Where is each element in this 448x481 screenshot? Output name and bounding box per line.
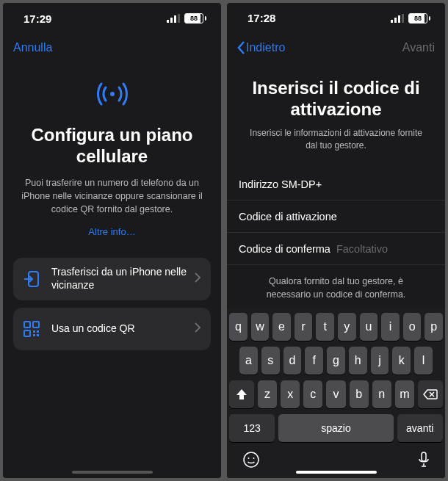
svg-point-4 — [110, 92, 115, 96]
status-bar: 17:28 88 — [227, 3, 445, 34]
field-confirmation-code[interactable]: Codice di conferma Facoltativo — [227, 233, 445, 265]
key-d[interactable]: d — [283, 347, 302, 375]
key-e[interactable]: e — [272, 313, 291, 341]
home-indicator[interactable] — [72, 471, 153, 474]
page-subtitle: Inserisci le informazioni di attivazione… — [227, 127, 445, 158]
key-h[interactable]: h — [349, 347, 367, 375]
screen-configure-plan: 17:29 88 Annulla Configura un piano cell… — [3, 3, 221, 478]
cellular-antenna-icon — [95, 79, 129, 112]
home-indicator[interactable] — [296, 471, 377, 474]
chevron-left-icon — [237, 41, 245, 54]
key-v[interactable]: v — [326, 380, 345, 408]
key-k[interactable]: k — [392, 347, 411, 375]
key-b[interactable]: b — [350, 380, 369, 408]
svg-rect-7 — [33, 322, 39, 328]
svg-rect-10 — [37, 330, 39, 333]
cellular-signal-icon — [391, 14, 404, 23]
cellular-signal-icon — [167, 14, 180, 23]
key-backspace[interactable] — [418, 380, 443, 408]
nav-bar: Annulla — [3, 34, 221, 62]
key-z[interactable]: z — [258, 380, 277, 408]
chevron-right-icon — [195, 272, 200, 285]
svg-rect-8 — [24, 330, 30, 336]
key-g[interactable]: g — [327, 347, 345, 375]
svg-rect-2 — [174, 15, 176, 23]
key-n[interactable]: n — [372, 380, 391, 408]
nav-bar: Indietro Avanti — [227, 34, 445, 62]
svg-point-18 — [248, 458, 250, 459]
svg-point-19 — [253, 458, 255, 459]
key-j[interactable]: j — [371, 347, 389, 375]
svg-rect-16 — [402, 14, 404, 23]
key-i[interactable]: i — [381, 313, 400, 341]
option-label: Trasferisci da un iPhone nelle vicinanze — [51, 266, 195, 292]
option-label: Usa un codice QR — [51, 322, 195, 336]
cancel-button[interactable]: Annulla — [13, 41, 52, 54]
key-c[interactable]: c — [303, 380, 322, 408]
screen-enter-activation-code: 17:28 88 Indietro Avanti Inserisci il co… — [227, 3, 445, 478]
key-y[interactable]: y — [338, 313, 356, 341]
status-bar: 17:29 88 — [3, 3, 221, 34]
svg-rect-1 — [170, 18, 173, 23]
chevron-right-icon — [195, 322, 200, 335]
battery-icon: 88 — [408, 13, 430, 23]
key-space[interactable]: spazio — [278, 414, 393, 442]
emoji-button[interactable] — [242, 451, 260, 472]
dictation-button[interactable] — [418, 452, 430, 471]
option-use-qr-code[interactable]: Usa un codice QR — [13, 308, 211, 350]
key-w[interactable]: w — [251, 313, 270, 341]
key-x[interactable]: x — [281, 380, 300, 408]
more-info-link[interactable]: Altre info… — [88, 226, 135, 237]
svg-rect-9 — [33, 330, 35, 333]
svg-rect-0 — [167, 20, 169, 23]
field-label: Indirizzo SM-DP+ — [239, 178, 322, 190]
key-m[interactable]: m — [395, 380, 414, 408]
battery-icon: 88 — [184, 13, 206, 23]
next-button[interactable]: Avanti — [402, 41, 435, 54]
key-r[interactable]: r — [295, 313, 313, 341]
backspace-icon — [423, 389, 438, 399]
key-s[interactable]: s — [261, 347, 280, 375]
option-transfer-from-iphone[interactable]: Trasferisci da un iPhone nelle vicinanze — [13, 258, 211, 300]
ios-keyboard: q w e r t y u i o p a s d f g h j k l z — [227, 308, 445, 478]
transfer-icon — [24, 270, 41, 288]
svg-rect-11 — [33, 334, 35, 336]
key-l[interactable]: l — [414, 347, 433, 375]
key-t[interactable]: t — [316, 313, 334, 341]
svg-rect-6 — [24, 322, 30, 328]
field-smdp-address[interactable]: Indirizzo SM-DP+ — [227, 168, 445, 200]
key-done[interactable]: avanti — [397, 414, 443, 442]
key-f[interactable]: f — [305, 347, 323, 375]
key-a[interactable]: a — [239, 347, 258, 375]
field-placeholder: Facoltativo — [336, 243, 388, 255]
page-subtitle: Puoi trasferire un numero di telefono da… — [16, 176, 208, 216]
svg-rect-13 — [391, 20, 393, 23]
status-time: 17:28 — [248, 12, 275, 24]
key-q[interactable]: q — [229, 313, 248, 341]
microphone-icon — [418, 452, 430, 468]
emoji-icon — [242, 451, 260, 469]
svg-rect-12 — [37, 334, 39, 336]
svg-rect-20 — [422, 452, 426, 461]
key-numbers[interactable]: 123 — [229, 414, 275, 442]
svg-rect-14 — [394, 18, 397, 23]
key-shift[interactable] — [229, 380, 254, 408]
svg-rect-15 — [398, 15, 400, 23]
page-title: Inserisci il codice di attivazione — [227, 62, 445, 128]
field-activation-code[interactable]: Codice di attivazione — [227, 200, 445, 233]
page-title: Configura un piano cellulare — [16, 125, 208, 167]
qr-code-icon — [24, 321, 41, 337]
shift-icon — [236, 388, 248, 400]
key-u[interactable]: u — [360, 313, 378, 341]
field-label: Codice di conferma — [239, 243, 330, 255]
status-time: 17:29 — [24, 12, 51, 25]
field-label: Codice di attivazione — [239, 211, 337, 223]
svg-point-17 — [244, 452, 259, 467]
svg-rect-3 — [178, 14, 180, 23]
form-footnote: Qualora fornito dal tuo gestore, è neces… — [227, 265, 445, 308]
key-o[interactable]: o — [403, 313, 422, 341]
key-p[interactable]: p — [424, 313, 443, 341]
back-button[interactable]: Indietro — [237, 41, 285, 54]
